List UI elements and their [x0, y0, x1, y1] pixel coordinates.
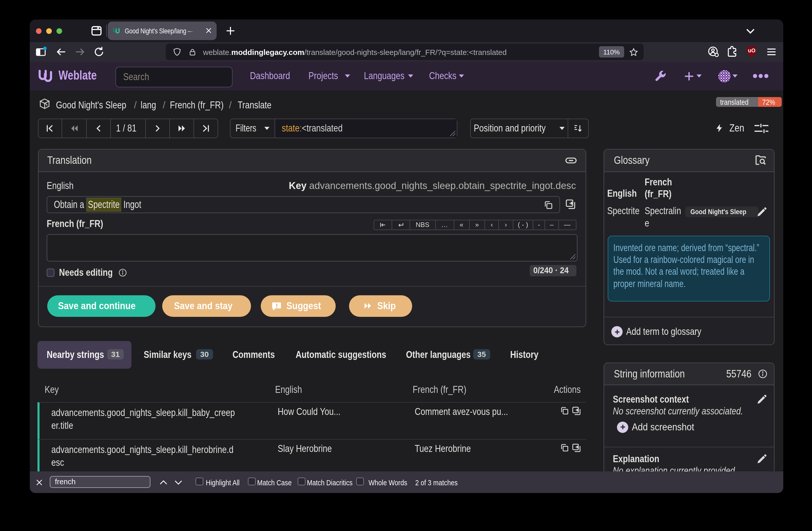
- svg-text:uO: uO: [748, 47, 756, 54]
